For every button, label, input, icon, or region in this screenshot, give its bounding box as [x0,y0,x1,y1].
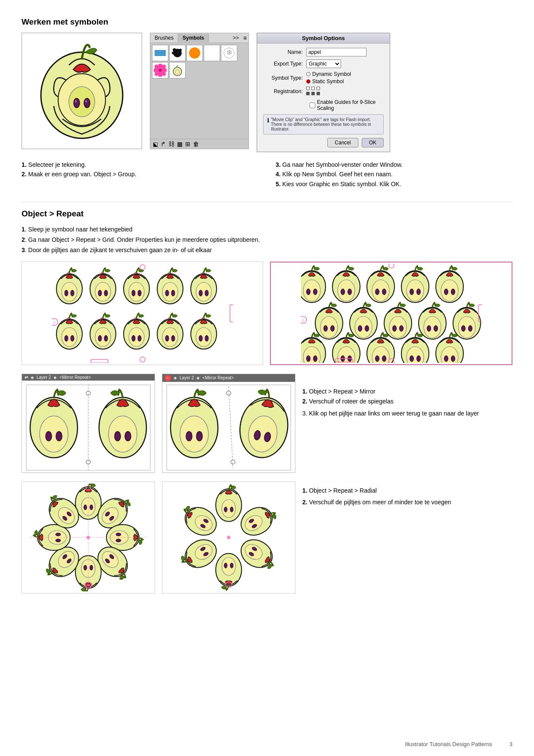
svg-point-63 [26,484,33,496]
info-text: "Movie Clip" and "Graphic" are tags for … [271,117,380,131]
svg-point-10 [179,49,182,51]
symbol-cell-orange[interactable] [186,45,203,61]
apple-illustration-svg [30,39,134,143]
svg-point-30 [140,265,145,270]
symbol-cell-blank[interactable] [204,45,220,61]
checkbox-label: Enable Guides for 9-Slice Scaling [317,99,384,111]
mirror-step3: 3. Klik op het pijltje naar links om wee… [302,409,512,419]
mirror-box-right: ← ◈ Layer 2 ◈ <Mirror Repeat> [162,374,295,473]
section1-steps: 1. Selecteer je tekening. 2. Maak er een… [22,160,512,189]
reg-dot-6[interactable] [317,92,320,95]
panel-menu-icon[interactable]: ≡ [242,33,248,43]
svg-point-11 [172,52,174,54]
symbols-panel: Brushes Symbols >> ≡ [150,33,249,149]
section-werken: Werken met symbolen [22,17,512,189]
symbol-break-icon[interactable]: ↱ [161,141,166,147]
symbol-type-row: Symbol Type: Dynamic Symbol Static Symbo… [263,71,384,84]
svg-point-3 [74,98,80,108]
arrows-icon: ⇄ [25,375,28,380]
svg-point-73 [166,484,179,500]
dynamic-label: Dynamic Symbol [312,71,351,77]
svg-rect-32 [230,305,233,322]
svg-text:❄: ❄ [226,48,233,57]
symbol-options-dialog: Symbol Options Name: Export Type: Graphi… [257,33,390,152]
svg-point-40 [389,264,394,268]
step4: 4. Klik op New Symbol. Geef het een naam… [276,169,512,179]
brushes-tab[interactable]: Brushes [150,34,178,42]
registration-row: Registration: [263,87,384,96]
symbol-embed-icon[interactable]: ▦ [177,141,183,147]
svg-point-4 [84,98,90,108]
svg-point-74 [166,484,173,496]
layer-icon2: ◈ [53,375,57,380]
layer-label-right: Layer 2 [180,375,194,380]
mirror-label-right: <Mirror Repeat> [202,375,234,380]
reg-dot-2[interactable] [311,87,315,90]
ok-button[interactable]: OK [362,138,384,147]
radial-svg-right: ☺ [166,484,291,591]
svg-point-12 [189,47,200,59]
layer-bar-left: ⇄ ◈ Layer 2 ◈ <Mirror Repeat> [22,374,155,381]
reg-dot-3[interactable] [317,87,320,90]
static-option: Static Symbol [306,78,351,84]
grid-svg-left: ☺ [52,264,233,363]
mirror-step1: 1. Object > Repeat > Mirror [302,387,512,397]
svg-rect-33 [91,359,108,363]
reg-dot-1[interactable] [306,87,310,90]
symbol-delete-icon[interactable]: 🗑 [193,141,199,147]
footer-text: Illustrator Tutorials Design Patterns [405,741,492,747]
symbols-tab[interactable]: Symbols [178,34,209,42]
static-label: Static Symbol [312,78,344,84]
reg-dot-5[interactable] [311,92,315,95]
reg-dot-4[interactable] [306,92,310,95]
more-tab[interactable]: >> [230,34,242,42]
radial-box-left: ☺ [22,481,155,594]
section2-title: Object > Repeat [22,209,512,219]
export-select[interactable]: Graphic Movie Clip [306,59,341,68]
symbol-type-label: Symbol Type: [263,75,306,81]
svg-point-68 [87,536,90,539]
grid-images-row: ☺ [22,262,512,365]
svg-point-5 [75,100,77,103]
svg-text:☺: ☺ [301,318,305,322]
step3: 3. Ga naar het Symbool-venster onder Win… [276,160,512,169]
symbol-new-icon[interactable]: ⊞ [185,141,190,147]
symbol-link-icon[interactable]: ⛓ [168,141,174,147]
svg-point-77 [227,536,230,539]
symbol-cell-apple[interactable] [169,62,186,78]
registration-label: Registration: [263,88,306,94]
guides-checkbox[interactable] [310,103,315,108]
dynamic-radio[interactable] [306,72,310,76]
symbol-cell-splash[interactable] [169,45,186,61]
reg-grid [306,87,321,96]
layer-label-left: Layer 2 [37,375,51,380]
panel-tabs: Brushes Symbols >> ≡ [150,33,248,43]
radial-box-right: ☺ [162,481,295,594]
cancel-button[interactable]: Cancel [327,138,358,147]
svg-point-62 [26,484,39,500]
repeat-step1: 1. Sleep je symbool naar het tekengebied [22,225,512,235]
radial-svg-left: ☺ [26,484,151,591]
section-repeat: Object > Repeat 1. Sleep je symbool naar… [22,209,512,593]
svg-point-65 [28,485,31,490]
mirror-row: ⇄ ◈ Layer 2 ◈ <Mirror Repeat> [22,374,512,473]
symbol-cell-flower[interactable] [152,62,168,78]
layer-icon-r: ◈ [174,375,177,380]
svg-point-2 [69,87,95,117]
step5: 5. Kies voor Graphic en Static symbol. K… [276,179,512,189]
dialog-buttons: Cancel OK [263,138,384,147]
radial-step1: 1. Object > Repeat > Radial [302,486,512,496]
svg-text:☺: ☺ [52,320,56,325]
grid-pattern-left: ☺ [22,262,263,365]
static-radio[interactable] [306,79,310,84]
radio-group: Dynamic Symbol Static Symbol [306,71,351,84]
symbol-cell-snowflake[interactable]: ❄ [221,45,237,61]
symbol-place-icon[interactable]: ⬕ [153,141,158,147]
mirror-label-left: <Mirror Repeat> [59,375,91,380]
layer-icon2-r: ◈ [196,375,200,380]
page-footer: Illustrator Tutorials Design Patterns 3 [405,741,512,747]
werken-content-row: Brushes Symbols >> ≡ [22,33,512,152]
name-input[interactable] [306,48,366,56]
symbol-cell-blue[interactable] [152,45,168,61]
export-type-row: Export Type: Graphic Movie Clip [263,59,384,68]
